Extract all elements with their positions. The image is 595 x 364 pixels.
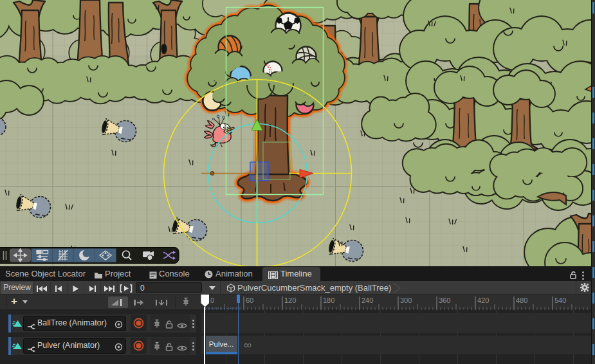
- svg-text:540: 540: [554, 296, 566, 304]
- svg-text:360: 360: [439, 296, 450, 304]
- svg-text:420: 420: [477, 296, 489, 304]
- svg-text:0: 0: [210, 296, 214, 304]
- svg-text:120: 120: [284, 296, 296, 304]
- svg-text:60: 60: [246, 296, 253, 304]
- svg-text:240: 240: [362, 296, 373, 304]
- svg-text:300: 300: [400, 296, 412, 304]
- svg-text:180: 180: [323, 296, 334, 304]
- svg-text:480: 480: [516, 296, 527, 304]
